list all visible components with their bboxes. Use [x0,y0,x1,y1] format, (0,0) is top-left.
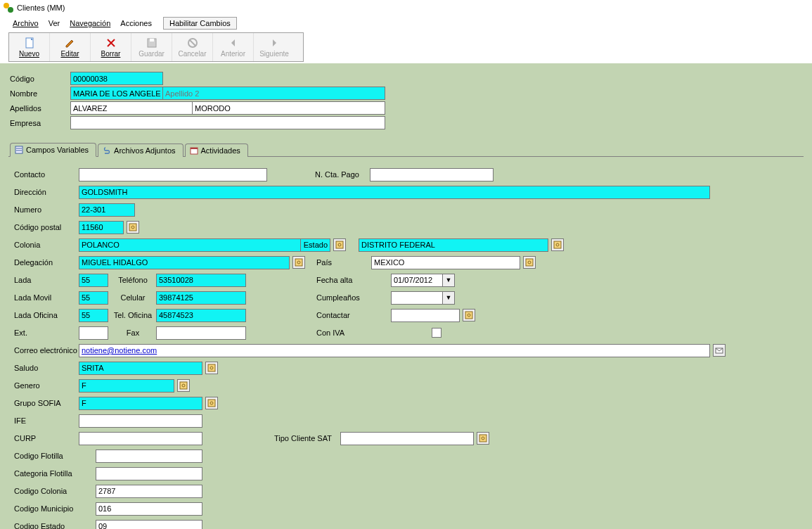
cumple-dropdown-button[interactable]: ▼ [443,291,455,305]
codigo-input[interactable] [70,72,163,85]
ext-label: Ext. [13,329,79,337]
curp-input[interactable] [79,432,202,445]
codcol-input[interactable] [96,485,202,498]
title-bar: Clientes (MM) [0,0,812,15]
grupo-lookup-button[interactable] [205,397,218,409]
svg-rect-21 [465,312,472,319]
colonia-lookup-button[interactable] [333,238,346,251]
ife-input[interactable] [79,414,202,428]
codmun-input[interactable] [96,502,202,516]
fecha-alta-input[interactable] [391,274,443,287]
cp-input[interactable] [79,221,124,234]
correo-link[interactable]: notiene@notiene.com [82,346,157,355]
colonia-input[interactable] [79,238,301,252]
estado-input[interactable] [359,238,548,252]
tiposat-lookup-button[interactable] [477,432,489,445]
contactar-label: Contactar [315,311,391,319]
saludo-lookup-button[interactable] [205,362,218,374]
telof-input[interactable] [156,309,246,322]
ncta-input[interactable] [370,168,494,181]
cp-label: Código postal [13,223,79,231]
borrar-button[interactable]: Borrar [91,33,131,61]
editar-button[interactable]: Editar [50,33,91,61]
direccion-input[interactable] [79,186,710,199]
svg-point-1 [8,7,13,13]
nuevo-button[interactable]: Nuevo [9,33,50,61]
fecha-dropdown-button[interactable]: ▼ [443,274,455,287]
menu-ver[interactable]: Ver [44,18,65,29]
ladaof-input[interactable] [79,309,108,322]
genero-input[interactable] [79,379,174,393]
form-icon [15,146,23,154]
habilitar-cambios-button[interactable]: Habilitar Cambios [163,17,237,30]
empresa-input[interactable] [70,116,385,129]
correo-mail-button[interactable] [713,344,726,357]
codigo-label: Código [8,75,70,83]
tab-campos-variables[interactable]: Campos Variables [10,143,96,157]
svg-rect-6 [15,146,22,153]
svg-rect-26 [180,382,187,389]
cumple-input[interactable] [391,291,443,305]
catflot-input[interactable] [96,467,202,480]
estado-lookup-button[interactable] [551,238,564,251]
cp-lookup-button[interactable] [127,221,139,234]
lada-input[interactable] [79,274,108,287]
fax-input[interactable] [156,326,246,340]
apellido2-input[interactable] [193,101,385,115]
menu-acciones[interactable]: Acciones [116,18,156,29]
delegacion-label: Delegación [13,258,79,267]
tab-body: Contacto N. Cta. Pago Dirección Numero C… [8,156,804,529]
telefono-input[interactable] [156,274,246,287]
pais-lookup-button[interactable] [523,256,536,269]
iva-checkbox[interactable] [432,328,442,338]
correo-field[interactable]: notiene@notiene.com [79,344,710,357]
grupo-label: Grupo SOFIA [13,399,79,407]
next-icon [269,37,280,49]
delegacion-lookup-button[interactable] [292,256,305,269]
svg-rect-30 [479,435,486,442]
contacto-input[interactable] [79,168,267,181]
guardar-label: Guardar [138,50,165,58]
genero-lookup-button[interactable] [177,379,190,392]
nombre-apellido2-input[interactable] [163,87,385,100]
delegacion-input[interactable] [79,256,290,269]
grupo-input[interactable] [79,397,202,410]
svg-point-0 [4,3,9,8]
borrar-label: Borrar [101,50,121,58]
tab-archivos-adjuntos[interactable]: Archivos Adjuntos [98,144,183,157]
save-icon [146,37,157,49]
svg-rect-11 [129,224,136,231]
codest-input[interactable] [96,520,202,530]
menu-bar: Archivo Ver Navegación Acciones Habilita… [0,15,812,31]
contactar-lookup-button[interactable] [463,309,475,321]
tiposat-input[interactable] [340,432,474,445]
cancelar-button: Cancelar [172,33,213,61]
genero-label: Genero [13,381,79,390]
saludo-input[interactable] [79,362,202,375]
menu-navegacion[interactable]: Navegación [65,18,115,29]
numero-label: Numero [13,205,79,214]
numero-input[interactable] [79,203,135,217]
celular-input[interactable] [156,291,246,305]
ladamovil-input[interactable] [79,291,108,305]
ext-input[interactable] [79,326,108,340]
apellido1-input[interactable] [70,101,193,115]
menu-archivo[interactable]: Archivo [8,18,43,29]
ncta-label: N. Cta. Pago [314,170,370,179]
tab-actividades[interactable]: Actividades [185,144,248,157]
tab-archivos-label: Archivos Adjuntos [114,146,175,155]
activities-icon [190,146,198,155]
ladamovil-label: Lada Movil [13,293,79,302]
pais-input[interactable] [371,256,520,269]
tab-actividades-label: Actividades [201,146,240,155]
cancel-icon [187,37,198,49]
contactar-input[interactable] [391,309,460,322]
anterior-button: Anterior [213,33,254,61]
svg-rect-19 [526,259,533,266]
celular-label: Celular [108,293,156,302]
codmun-label: Codigo Municipio [13,504,96,513]
svg-rect-28 [208,400,215,407]
telefono-label: Teléfono [108,276,156,284]
nombre-input[interactable] [70,87,163,100]
codflot-input[interactable] [96,450,202,463]
